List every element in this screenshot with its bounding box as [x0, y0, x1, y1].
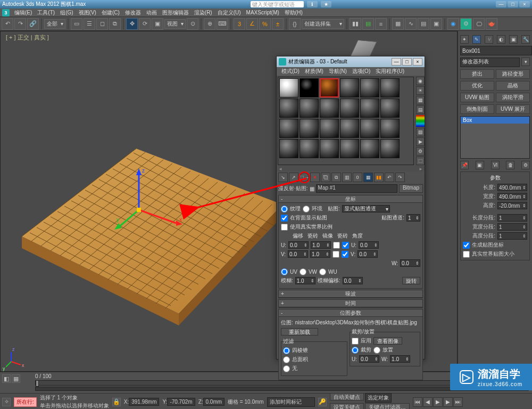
sample-type-icon[interactable]: ◉	[416, 77, 425, 85]
u-offset-spinner[interactable]: 0.0	[288, 241, 309, 249]
menu-tools[interactable]: 工具(T)	[35, 9, 57, 17]
mxs-icon[interactable]: ✧	[2, 398, 11, 406]
material-editor-button[interactable]: ◉	[447, 18, 459, 30]
manip-button[interactable]: ⊕	[204, 18, 215, 30]
background-icon[interactable]: ▦	[416, 96, 425, 104]
add-time-tag[interactable]: 添加时间标记	[267, 397, 315, 407]
map-channel-spinner[interactable]: 1	[406, 214, 420, 222]
get-material-icon[interactable]: ↘	[278, 173, 288, 182]
sample-slot[interactable]	[380, 78, 400, 97]
prev-frame-button[interactable]: ◀	[423, 397, 433, 407]
curve-editor-button[interactable]: ∿	[405, 18, 417, 30]
scale-button[interactable]: ▣	[152, 18, 163, 30]
v-tiling-spinner[interactable]: 1.0	[310, 250, 330, 258]
stack-unique-icon[interactable]: Ⅵ	[491, 161, 500, 169]
summed-radio[interactable]	[283, 356, 290, 363]
menu-help[interactable]: 帮助(H)	[282, 9, 305, 17]
window-crossing-button[interactable]: ⧉	[109, 18, 121, 30]
widthsegs-spinner[interactable]: 1	[497, 223, 527, 231]
schematic-button[interactable]: ▣	[430, 18, 442, 30]
sample-slot[interactable]	[300, 139, 319, 158]
assign-to-selection-icon[interactable]: ⬚→	[300, 173, 309, 182]
width-spinner[interactable]: 490.0mm	[497, 193, 527, 200]
wu-radio[interactable]	[319, 268, 326, 275]
material-editor-window[interactable]: 材质编辑器 - 03 - Default —□× 模式(D) 材质(M) 导航(…	[276, 56, 425, 359]
sample-slot[interactable]	[380, 139, 400, 158]
put-to-scene-icon[interactable]: ↗	[289, 173, 298, 182]
menu-render[interactable]: 渲染(R)	[192, 9, 215, 17]
menu-maxscript[interactable]: MAXScript(M)	[244, 10, 282, 15]
noise-rollout-header[interactable]: 噪波	[279, 290, 422, 298]
u-mirror-checkbox[interactable]	[333, 242, 340, 249]
menu-group[interactable]: 组(G)	[57, 9, 76, 17]
menu-graph[interactable]: 图形编辑器	[160, 9, 192, 17]
dropdown-arrow-icon[interactable]: ▾	[521, 58, 530, 66]
panel-hierarchy-icon[interactable]: ⑂	[485, 35, 493, 44]
go-forward-icon[interactable]: ↷	[395, 173, 405, 182]
search-input[interactable]: 键入关键字或短语	[251, 1, 304, 7]
texture-radio[interactable]	[281, 206, 288, 212]
vw-radio[interactable]	[300, 268, 306, 275]
key-icon[interactable]: 🔑	[318, 398, 327, 406]
sample-slot[interactable]	[300, 78, 319, 97]
keymode-button[interactable]: ⌨	[217, 18, 228, 30]
sample-slot[interactable]	[320, 139, 339, 158]
options-icon[interactable]: ⚙	[416, 147, 425, 156]
crop-w-spinner[interactable]: 1.0	[390, 355, 410, 363]
place-radio[interactable]	[373, 347, 380, 354]
sample-slot[interactable]	[300, 99, 319, 118]
pivot-button[interactable]: ⊙	[187, 18, 198, 30]
matmenu-utils[interactable]: 实用程序(U)	[373, 68, 407, 75]
matmenu-nav[interactable]: 导航(N)	[326, 68, 350, 75]
link-button[interactable]: 🔗	[27, 18, 39, 30]
mod-bevelprofile[interactable]: 倒角剖面	[460, 104, 494, 114]
timeline-mini-icon[interactable]: ◧	[2, 374, 11, 383]
stack-config-icon[interactable]: ⚙	[521, 161, 530, 169]
modifier-stack[interactable]: Box	[460, 116, 530, 159]
goto-end-button[interactable]: ⏭	[453, 397, 463, 407]
select-name-button[interactable]: ☰	[84, 18, 95, 30]
snap-button[interactable]: 3	[234, 18, 245, 30]
mod-uvwmap[interactable]: UVW 贴图	[460, 93, 494, 102]
sample-slot[interactable]	[340, 119, 359, 138]
sample-slot[interactable]	[360, 99, 379, 118]
goto-start-button[interactable]: ⏮	[413, 397, 422, 407]
realworld-checkbox[interactable]	[463, 251, 470, 258]
make-preview-icon[interactable]: ▶	[416, 137, 425, 146]
crop-u-spinner[interactable]: 0.0	[359, 355, 379, 363]
w-angle-spinner[interactable]: 0.0	[400, 259, 420, 267]
render-fb-button[interactable]: 🖵	[473, 18, 485, 30]
matedit-menubar[interactable]: 模式(D) 材质(M) 导航(N) 选项(O) 实用程序(U)	[277, 67, 425, 76]
make-copy-icon[interactable]: ⿻	[321, 173, 330, 182]
mod-pathdeform[interactable]: 路径变形	[496, 69, 530, 79]
u-tiling-spinner[interactable]: 1.0	[311, 241, 331, 249]
coord-z[interactable]: 0.0mm	[203, 398, 225, 406]
map-type-button[interactable]: Bitmap	[399, 184, 423, 193]
mod-turbosmooth[interactable]: 涡轮平滑	[496, 93, 530, 102]
selsetel;-dropdown[interactable]: 选定对象	[365, 393, 392, 403]
sample-slot[interactable]	[279, 139, 298, 158]
named-sel-dropdown[interactable]: 创建选择集	[302, 19, 344, 29]
matedit-close-button[interactable]: ×	[413, 58, 422, 66]
autokey-button[interactable]: 自动关键点	[330, 393, 364, 400]
edit-named-sel-button[interactable]: {}	[289, 18, 301, 30]
mod-lattice[interactable]: 晶格	[496, 81, 530, 91]
next-frame-button[interactable]: ▶	[443, 397, 453, 407]
height-spinner[interactable]: -20.0mm	[497, 202, 527, 209]
sample-slot[interactable]	[380, 119, 400, 138]
sample-slot[interactable]	[279, 78, 298, 97]
go-to-parent-icon[interactable]: ↶	[385, 173, 394, 182]
u-tile-checkbox[interactable]	[342, 242, 349, 249]
matmenu-options[interactable]: 选项(O)	[350, 68, 373, 75]
sample-slot[interactable]	[320, 99, 339, 118]
v-tile-checkbox[interactable]	[342, 251, 348, 258]
sample-slot[interactable]	[340, 78, 359, 97]
pyramidal-radio[interactable]	[283, 347, 290, 354]
redo-button[interactable]: ↷	[14, 18, 26, 30]
render-setup-button[interactable]: ⚙	[460, 18, 472, 30]
rotate-button[interactable]: 旋转	[402, 277, 420, 284]
maximize-button[interactable]: □	[508, 1, 518, 7]
panel-create-icon[interactable]: ✦	[460, 35, 469, 44]
scroll-right-icon[interactable]: ►	[419, 167, 423, 171]
move-button[interactable]: ✥	[126, 18, 138, 30]
